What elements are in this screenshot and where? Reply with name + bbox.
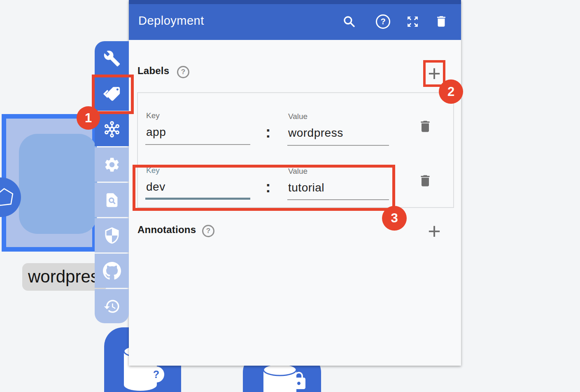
- help-glyph: ?: [380, 17, 385, 26]
- value-field-label: Value: [288, 112, 391, 121]
- document-search-icon: [104, 192, 120, 208]
- key-field-label: Key: [146, 111, 253, 120]
- pentagon-icon: [0, 187, 15, 208]
- trash-icon: [418, 173, 433, 189]
- lock-icon: [289, 370, 309, 392]
- toolbar-item-inspect[interactable]: [95, 183, 129, 217]
- value-field-value: tutorial: [288, 181, 391, 194]
- key-field-value: dev: [146, 180, 253, 194]
- wordpress-node-body: [19, 134, 97, 234]
- plus-icon: +: [428, 218, 441, 244]
- panel-titlebar: Deployment ?: [129, 0, 461, 40]
- search-button[interactable]: [342, 14, 356, 28]
- search-icon: [342, 15, 356, 28]
- delete-label-row-button[interactable]: [418, 119, 433, 135]
- expand-icon: [406, 15, 419, 28]
- deployment-panel: Deployment ? Labels: [129, 0, 461, 366]
- labels-help-icon[interactable]: ?: [177, 66, 189, 78]
- key-field-value: app: [146, 126, 253, 139]
- add-label-button[interactable]: +: [423, 61, 445, 86]
- help-button[interactable]: ?: [376, 14, 390, 29]
- key-field-underline: [145, 144, 250, 145]
- toolbar-item-history[interactable]: [95, 289, 129, 323]
- plus-icon: +: [428, 61, 441, 86]
- help-glyph: ?: [181, 68, 185, 76]
- node-toolbar: [95, 41, 129, 323]
- tags-icon: [102, 86, 121, 102]
- toolbar-item-github[interactable]: [95, 254, 129, 288]
- colon-separator: :: [266, 124, 271, 141]
- toolbar-item-network[interactable]: [95, 112, 129, 146]
- toolbar-item-labels[interactable]: [95, 77, 129, 111]
- trash-icon: [434, 14, 448, 28]
- toolbar-item-security[interactable]: [95, 218, 129, 252]
- wrench-icon: [103, 50, 121, 67]
- github-icon: [103, 262, 121, 280]
- annotations-section-title: Annotations: [137, 224, 196, 236]
- toolbar-item-settings[interactable]: [95, 147, 129, 182]
- history-icon: [103, 298, 121, 315]
- label-value-field[interactable]: Value wordpress: [288, 112, 391, 140]
- value-field-label: Value: [288, 167, 391, 176]
- expand-button[interactable]: [405, 14, 419, 28]
- labels-section-title: Labels: [137, 65, 169, 77]
- shield-icon: [104, 227, 120, 244]
- key-field-label: Key: [146, 166, 253, 175]
- label-value-field[interactable]: Value tutorial: [288, 167, 391, 194]
- app-canvas: wordpress ?: [0, 0, 580, 392]
- unknown-status-badge: ?: [148, 366, 164, 383]
- annotations-help-icon[interactable]: ?: [202, 225, 214, 237]
- value-field-value: wordpress: [288, 126, 391, 140]
- delete-label-row-button[interactable]: [418, 173, 433, 189]
- toolbar-item-configure[interactable]: [95, 41, 129, 75]
- value-field-underline: [287, 145, 389, 146]
- value-field-underline: [287, 199, 389, 200]
- gear-icon: [103, 156, 121, 173]
- panel-title: Deployment: [138, 14, 204, 28]
- colon-separator: :: [266, 178, 271, 196]
- hub-icon: [103, 120, 121, 138]
- delete-button[interactable]: [434, 14, 448, 28]
- key-field-underline: [145, 198, 250, 200]
- help-glyph: ?: [206, 227, 210, 235]
- label-key-field[interactable]: Key app: [146, 111, 253, 139]
- add-annotation-button[interactable]: +: [423, 218, 445, 244]
- trash-icon: [418, 119, 433, 134]
- label-key-field[interactable]: Key dev: [146, 166, 253, 194]
